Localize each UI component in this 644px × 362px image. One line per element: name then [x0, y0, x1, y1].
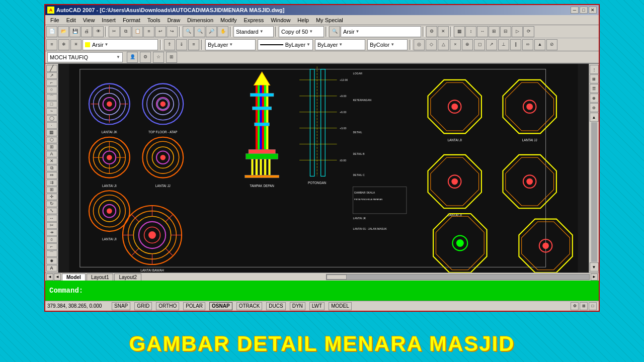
maximize-button[interactable]: □	[580, 7, 588, 14]
layer-snap-9[interactable]: ∥	[510, 39, 521, 50]
draw-rect[interactable]: □	[46, 101, 57, 108]
tb-extra-2[interactable]: ✕	[438, 26, 449, 37]
rt-btn-2[interactable]: ⊞	[590, 74, 599, 83]
close-button[interactable]: ✕	[589, 7, 597, 14]
tab-layout2[interactable]: Layout2	[114, 274, 141, 281]
modify-fillet[interactable]: ⌒	[46, 250, 57, 257]
draw-arc[interactable]: ⌒	[46, 94, 57, 101]
tb-zoom-prev[interactable]: 🔍	[194, 26, 205, 37]
user-btn-1[interactable]: 👤	[127, 52, 138, 63]
modify-mirror[interactable]: ⇔	[46, 172, 57, 178]
rt-btn-5[interactable]: ⊖	[590, 103, 599, 112]
tb-extra-6[interactable]: ⊞	[489, 26, 500, 37]
tb-undo[interactable]: ↩	[155, 26, 166, 37]
rt-scrollbar[interactable]	[591, 122, 597, 262]
layer-snap-2[interactable]: ◇	[426, 39, 437, 50]
user-btn-4[interactable]: ⊞	[166, 52, 177, 63]
tb-new[interactable]: 📄	[46, 26, 57, 37]
hscroll-thumb[interactable]	[327, 275, 347, 280]
plotstyle-dropdown[interactable]: ByColor ▼	[367, 39, 408, 50]
modify-explode[interactable]: ✸	[46, 257, 57, 264]
modify-erase[interactable]: ✕	[46, 158, 57, 164]
status-lwt[interactable]: LWT	[309, 302, 325, 310]
tb-extra-5[interactable]: ↔	[477, 26, 488, 37]
draw-point[interactable]: ·	[46, 122, 57, 129]
layer-snap-6[interactable]: ◻	[474, 39, 485, 50]
menu-file[interactable]: File	[47, 16, 62, 24]
modify-array[interactable]: ⊞	[46, 187, 57, 193]
layer-snap-11[interactable]: ▲	[534, 39, 545, 50]
draw-arrow[interactable]: ↗	[46, 72, 57, 79]
draw-ellipse[interactable]: ◯	[46, 115, 57, 122]
drawing-canvas[interactable]: LANTAI JK TOP FLOOR - ATAP	[58, 64, 589, 273]
layer-thaw-btn[interactable]: ☀	[70, 39, 82, 50]
tab-model[interactable]: Model	[62, 274, 86, 281]
tb-matchprop[interactable]: ≡	[143, 26, 154, 37]
status-snap[interactable]: SNAP	[112, 302, 130, 310]
tb-save[interactable]: 💾	[69, 26, 80, 37]
menu-edit[interactable]: Edit	[63, 16, 79, 24]
tb-open[interactable]: 📂	[58, 26, 69, 37]
user-btn-2[interactable]: ⚙	[140, 52, 151, 63]
layer-btn-4[interactable]: ≡	[188, 39, 199, 50]
modify-copy[interactable]: ⧉	[46, 165, 57, 171]
tb-pan[interactable]: ✋	[217, 26, 228, 37]
status-polar[interactable]: POLAR	[183, 302, 205, 310]
tb-extra-1[interactable]: ⚙	[426, 26, 437, 37]
menu-window[interactable]: Window	[268, 16, 293, 24]
draw-polyline[interactable]: ⌐	[46, 79, 57, 86]
hscroll-track[interactable]	[326, 274, 590, 280]
tb-copy[interactable]: ⧉	[120, 26, 131, 37]
draw-text[interactable]: A	[46, 265, 57, 272]
color-bylayer-dropdown[interactable]: ByLayer ▼	[205, 39, 256, 50]
tb-zoom-window[interactable]: 🔎	[206, 26, 217, 37]
layer-snap-5[interactable]: ⊕	[462, 39, 473, 50]
layer-btn-3[interactable]: ⇓	[176, 39, 187, 50]
layer-snap-4[interactable]: ×	[450, 39, 461, 50]
modify-stretch[interactable]: ↔	[46, 215, 57, 221]
tb-search[interactable]: 🔍	[329, 26, 340, 37]
menu-myspecial[interactable]: My Special	[313, 16, 346, 24]
tb-extra-7[interactable]: ⊟	[500, 26, 511, 37]
rt-btn-1[interactable]: ⋮	[590, 65, 599, 74]
status-dyn[interactable]: DYN	[290, 302, 305, 310]
menu-dimension[interactable]: Dimension	[184, 16, 216, 24]
linetype-bylayer-dropdown[interactable]: ByLayer ▼	[258, 39, 313, 50]
command-bar[interactable]: Command:	[45, 281, 599, 301]
menu-view[interactable]: View	[80, 16, 98, 24]
status-icon-1[interactable]: ⚙	[571, 302, 579, 310]
draw-region[interactable]: ⬡	[46, 137, 57, 143]
tb-print[interactable]: 🖨	[81, 26, 92, 37]
draw-hatch[interactable]: ▦	[46, 129, 57, 136]
layer-snap-12[interactable]: ⊘	[546, 39, 557, 50]
modify-rotate[interactable]: ↻	[46, 201, 57, 207]
standard-dropdown[interactable]: Standard ▼	[233, 26, 274, 37]
menu-express[interactable]: Express	[240, 16, 267, 24]
tab-layout1[interactable]: Layout1	[87, 274, 114, 281]
menu-tools[interactable]: Tools	[144, 16, 164, 24]
tb-cut[interactable]: ✂	[109, 26, 120, 37]
status-otrack[interactable]: OTRACK	[236, 302, 263, 310]
modify-chamfer[interactable]: ⌐	[46, 243, 57, 250]
status-osnap[interactable]: OSNAP	[209, 302, 232, 310]
tb-zoom-realtime[interactable]: 🔍	[183, 26, 194, 37]
modify-break[interactable]: ⌽	[46, 236, 57, 243]
layer-dropdown[interactable]: Arsir ▼	[83, 39, 158, 50]
tb-paste[interactable]: 📋	[132, 26, 143, 37]
status-ducs[interactable]: DUCS	[266, 302, 285, 310]
layer-snap-7[interactable]: ↗	[486, 39, 497, 50]
draw-table[interactable]: ⊞	[46, 144, 57, 150]
modify-extend[interactable]: ↠	[46, 229, 57, 236]
scroll-left-btn[interactable]: ◄	[46, 274, 53, 281]
lineweight-bylayer-dropdown[interactable]: ByLayer ▼	[315, 39, 365, 50]
user-dropdown[interactable]: MOCH TAUFIQ ▼	[47, 52, 123, 62]
copy-of-50-dropdown[interactable]: Copy of 50 ▼	[279, 26, 324, 37]
status-icon-2[interactable]: ⊞	[580, 302, 588, 310]
modify-move[interactable]: ✛	[46, 194, 57, 200]
draw-mtext[interactable]: A	[46, 151, 57, 157]
status-grid[interactable]: GRID	[134, 302, 152, 310]
layer-snap-8[interactable]: ⊥	[498, 39, 509, 50]
rt-btn-3[interactable]: ☰	[590, 84, 599, 93]
minimize-button[interactable]: ─	[571, 7, 579, 14]
draw-line[interactable]: ╱	[46, 65, 57, 72]
